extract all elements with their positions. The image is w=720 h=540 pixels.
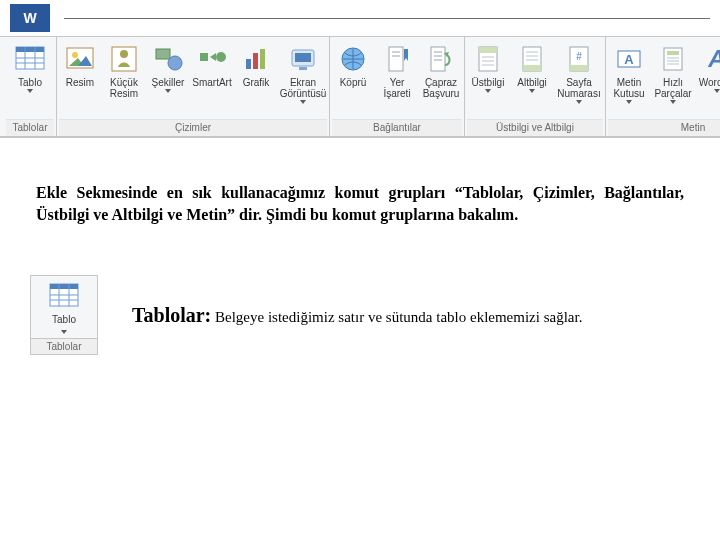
intro-paragraph: Ekle Sekmesinde en sık kullanacağımız ko… bbox=[36, 182, 684, 225]
svg-rect-49 bbox=[667, 51, 679, 55]
cmd-grafik-label: Grafik bbox=[243, 77, 270, 99]
cmd-sekiller[interactable]: Şekiller bbox=[147, 41, 189, 99]
group-name-cizimler: Çizimler bbox=[59, 119, 327, 136]
tablolar-text: Tablolar: Belgeye istediğimiz satır ve s… bbox=[132, 302, 684, 329]
cmd-hizlipar-label: HızlıParçalar bbox=[654, 77, 691, 104]
cmd-smartart-label: SmartArt bbox=[192, 77, 231, 99]
mini-panel-label: Tablo bbox=[31, 314, 97, 325]
svg-point-13 bbox=[168, 56, 182, 70]
svg-rect-44 bbox=[570, 65, 588, 71]
cmd-tablo[interactable]: Tablo bbox=[6, 41, 54, 99]
hyperlink-icon bbox=[337, 43, 369, 75]
cmd-resim[interactable]: Resim bbox=[59, 41, 101, 99]
bookmark-icon bbox=[381, 43, 413, 75]
cmd-ustbilgi-label: Üstbilgi bbox=[472, 77, 505, 99]
ribbon: Tablo Tablolar Resim KüçükResim bbox=[0, 37, 720, 137]
cmd-sayfanum[interactable]: # SayfaNumarası bbox=[555, 41, 603, 104]
chevron-down-icon bbox=[165, 89, 171, 93]
cmd-sayfanum-label: SayfaNumarası bbox=[557, 77, 600, 104]
group-name-tablolar: Tablolar bbox=[6, 119, 54, 136]
svg-rect-21 bbox=[299, 67, 307, 70]
svg-text:A: A bbox=[624, 52, 634, 67]
group-cizimler: Resim KüçükResim Şekiller bbox=[57, 37, 330, 136]
chevron-down-icon bbox=[576, 100, 582, 104]
cmd-altbilgi-label: Altbilgi bbox=[517, 77, 546, 99]
ribbon-top-bar: W bbox=[0, 0, 720, 37]
group-baglantilar: Köprü Yerİşareti ÇaprazBaşvuru Bağlantıl… bbox=[330, 37, 465, 136]
cmd-altbilgi[interactable]: Altbilgi bbox=[511, 41, 553, 99]
quickparts-icon bbox=[657, 43, 689, 75]
svg-rect-22 bbox=[295, 53, 311, 62]
cmd-kucukresim[interactable]: KüçükResim bbox=[103, 41, 145, 99]
cmd-yerisareti-label: Yerİşareti bbox=[383, 77, 410, 99]
group-tablolar: Tablo Tablolar bbox=[4, 37, 57, 136]
cmd-kucukresim-label: KüçükResim bbox=[110, 77, 138, 99]
chevron-down-icon bbox=[626, 100, 632, 104]
header-icon bbox=[472, 43, 504, 75]
app-word-letter: W bbox=[23, 10, 36, 26]
svg-point-11 bbox=[120, 50, 128, 58]
cmd-ustbilgi[interactable]: Üstbilgi bbox=[467, 41, 509, 99]
group-name-baglantilar: Bağlantılar bbox=[332, 119, 462, 136]
cmd-smartart[interactable]: SmartArt bbox=[191, 41, 233, 99]
tablolar-mini-panel: Tablo Tablolar bbox=[30, 275, 98, 355]
textbox-icon: A bbox=[613, 43, 645, 75]
cmd-caprazbas-label: ÇaprazBaşvuru bbox=[423, 77, 460, 99]
svg-rect-39 bbox=[523, 65, 541, 71]
svg-rect-17 bbox=[246, 59, 251, 69]
chevron-down-icon bbox=[714, 89, 720, 93]
group-ustaltbilgi: Üstbilgi Altbilgi # SayfaNumarası Üstbil… bbox=[465, 37, 606, 136]
cmd-wordart[interactable]: A WordArt bbox=[696, 41, 720, 99]
crossref-icon bbox=[425, 43, 457, 75]
cmd-metinkutusu[interactable]: A MetinKutusu bbox=[608, 41, 650, 104]
tablolar-row: Tablo Tablolar Tablolar: Belgeye istediğ… bbox=[36, 275, 684, 355]
cmd-grafik[interactable]: Grafik bbox=[235, 41, 277, 99]
chevron-down-icon bbox=[670, 100, 676, 104]
group-name-ustaltbilgi: Üstbilgi ve Altbilgi bbox=[467, 119, 603, 136]
svg-rect-18 bbox=[253, 53, 258, 69]
cmd-metinkutusu-label: MetinKutusu bbox=[613, 77, 644, 104]
group-name-metin: Metin bbox=[608, 119, 720, 136]
chevron-down-icon bbox=[485, 89, 491, 93]
document-body: Ekle Sekmesinde en sık kullanacağımız ko… bbox=[0, 138, 720, 355]
svg-rect-34 bbox=[479, 47, 497, 53]
wordart-icon: A bbox=[701, 43, 720, 75]
top-rule bbox=[64, 18, 710, 19]
cmd-resim-label: Resim bbox=[66, 77, 94, 99]
clipart-icon bbox=[108, 43, 140, 75]
chevron-down-icon bbox=[61, 330, 67, 334]
cmd-sekiller-label: Şekiller bbox=[152, 77, 185, 99]
svg-point-16 bbox=[216, 52, 226, 62]
chevron-down-icon bbox=[27, 89, 33, 93]
screenshot-icon bbox=[287, 43, 319, 75]
footer-icon bbox=[516, 43, 548, 75]
table-icon bbox=[48, 280, 80, 312]
chevron-down-icon bbox=[300, 100, 306, 104]
svg-rect-19 bbox=[260, 49, 265, 69]
svg-rect-14 bbox=[200, 53, 208, 61]
chevron-down-icon bbox=[529, 89, 535, 93]
cmd-ekrangor[interactable]: EkranGörüntüsü bbox=[279, 41, 327, 104]
mini-panel-group: Tablolar bbox=[31, 338, 97, 354]
cmd-yerisareti[interactable]: Yerİşareti bbox=[376, 41, 418, 99]
table-icon bbox=[14, 43, 46, 75]
cmd-caprazbas[interactable]: ÇaprazBaşvuru bbox=[420, 41, 462, 99]
cmd-tablo-label: Tablo bbox=[18, 77, 42, 99]
cmd-kopru[interactable]: Köprü bbox=[332, 41, 374, 99]
svg-rect-24 bbox=[389, 47, 403, 71]
picture-icon bbox=[64, 43, 96, 75]
shapes-icon bbox=[152, 43, 184, 75]
svg-marker-27 bbox=[404, 49, 408, 61]
app-word-badge: W bbox=[10, 4, 50, 32]
cmd-wordart-label: WordArt bbox=[699, 77, 720, 99]
mini-panel-top[interactable]: Tablo bbox=[31, 276, 97, 338]
group-metin: A MetinKutusu HızlıParçalar A WordArt bbox=[606, 37, 720, 136]
smartart-icon bbox=[196, 43, 228, 75]
svg-rect-28 bbox=[431, 47, 445, 71]
cmd-hizlipar[interactable]: HızlıParçalar bbox=[652, 41, 694, 104]
cmd-ekrangor-label: EkranGörüntüsü bbox=[280, 77, 327, 104]
svg-text:#: # bbox=[576, 51, 582, 62]
chart-icon bbox=[240, 43, 272, 75]
cmd-kopru-label: Köprü bbox=[340, 77, 367, 99]
svg-text:A: A bbox=[707, 45, 720, 72]
